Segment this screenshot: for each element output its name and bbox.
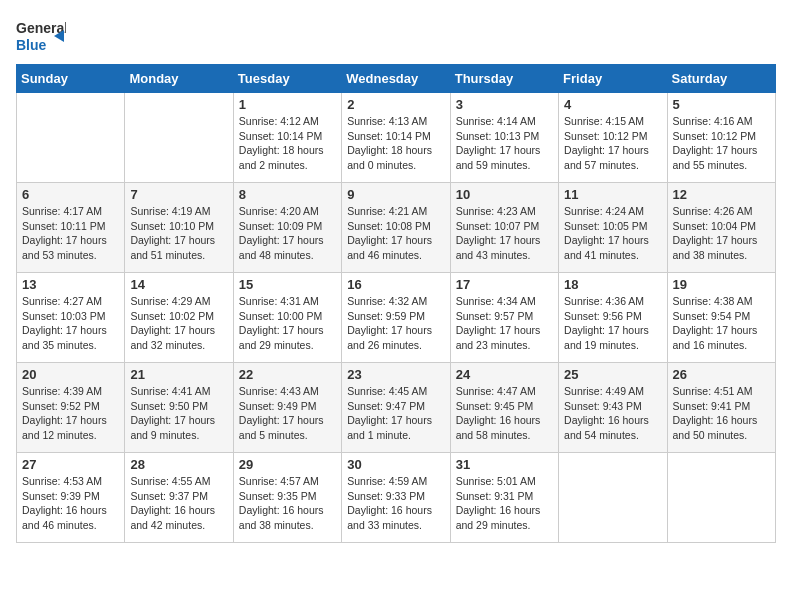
day-info: Sunrise: 4:31 AM Sunset: 10:00 PM Daylig…: [239, 294, 336, 353]
day-number: 23: [347, 367, 444, 382]
day-number: 20: [22, 367, 119, 382]
day-number: 4: [564, 97, 661, 112]
day-number: 3: [456, 97, 553, 112]
day-cell: 14Sunrise: 4:29 AM Sunset: 10:02 PM Dayl…: [125, 273, 233, 363]
day-cell: 23Sunrise: 4:45 AM Sunset: 9:47 PM Dayli…: [342, 363, 450, 453]
day-number: 2: [347, 97, 444, 112]
day-cell: 21Sunrise: 4:41 AM Sunset: 9:50 PM Dayli…: [125, 363, 233, 453]
week-row-4: 20Sunrise: 4:39 AM Sunset: 9:52 PM Dayli…: [17, 363, 776, 453]
day-number: 7: [130, 187, 227, 202]
day-number: 24: [456, 367, 553, 382]
day-cell: 17Sunrise: 4:34 AM Sunset: 9:57 PM Dayli…: [450, 273, 558, 363]
day-info: Sunrise: 4:59 AM Sunset: 9:33 PM Dayligh…: [347, 474, 444, 533]
day-info: Sunrise: 4:47 AM Sunset: 9:45 PM Dayligh…: [456, 384, 553, 443]
day-cell: 5Sunrise: 4:16 AM Sunset: 10:12 PM Dayli…: [667, 93, 775, 183]
day-cell: 9Sunrise: 4:21 AM Sunset: 10:08 PM Dayli…: [342, 183, 450, 273]
day-info: Sunrise: 4:38 AM Sunset: 9:54 PM Dayligh…: [673, 294, 770, 353]
day-cell: 24Sunrise: 4:47 AM Sunset: 9:45 PM Dayli…: [450, 363, 558, 453]
day-cell: 3Sunrise: 4:14 AM Sunset: 10:13 PM Dayli…: [450, 93, 558, 183]
day-info: Sunrise: 4:51 AM Sunset: 9:41 PM Dayligh…: [673, 384, 770, 443]
day-cell: 22Sunrise: 4:43 AM Sunset: 9:49 PM Dayli…: [233, 363, 341, 453]
day-number: 30: [347, 457, 444, 472]
day-cell: [559, 453, 667, 543]
day-info: Sunrise: 4:20 AM Sunset: 10:09 PM Daylig…: [239, 204, 336, 263]
day-cell: 7Sunrise: 4:19 AM Sunset: 10:10 PM Dayli…: [125, 183, 233, 273]
day-info: Sunrise: 4:36 AM Sunset: 9:56 PM Dayligh…: [564, 294, 661, 353]
day-info: Sunrise: 4:34 AM Sunset: 9:57 PM Dayligh…: [456, 294, 553, 353]
day-cell: 10Sunrise: 4:23 AM Sunset: 10:07 PM Dayl…: [450, 183, 558, 273]
day-number: 9: [347, 187, 444, 202]
day-info: Sunrise: 4:14 AM Sunset: 10:13 PM Daylig…: [456, 114, 553, 173]
day-info: Sunrise: 4:26 AM Sunset: 10:04 PM Daylig…: [673, 204, 770, 263]
day-number: 19: [673, 277, 770, 292]
day-info: Sunrise: 4:13 AM Sunset: 10:14 PM Daylig…: [347, 114, 444, 173]
day-cell: 29Sunrise: 4:57 AM Sunset: 9:35 PM Dayli…: [233, 453, 341, 543]
day-cell: 28Sunrise: 4:55 AM Sunset: 9:37 PM Dayli…: [125, 453, 233, 543]
day-cell: 1Sunrise: 4:12 AM Sunset: 10:14 PM Dayli…: [233, 93, 341, 183]
day-number: 31: [456, 457, 553, 472]
day-cell: 16Sunrise: 4:32 AM Sunset: 9:59 PM Dayli…: [342, 273, 450, 363]
day-info: Sunrise: 4:15 AM Sunset: 10:12 PM Daylig…: [564, 114, 661, 173]
col-header-sunday: Sunday: [17, 65, 125, 93]
week-row-2: 6Sunrise: 4:17 AM Sunset: 10:11 PM Dayli…: [17, 183, 776, 273]
day-cell: [667, 453, 775, 543]
day-cell: 13Sunrise: 4:27 AM Sunset: 10:03 PM Dayl…: [17, 273, 125, 363]
day-number: 26: [673, 367, 770, 382]
day-number: 25: [564, 367, 661, 382]
day-cell: 15Sunrise: 4:31 AM Sunset: 10:00 PM Dayl…: [233, 273, 341, 363]
week-row-1: 1Sunrise: 4:12 AM Sunset: 10:14 PM Dayli…: [17, 93, 776, 183]
day-number: 18: [564, 277, 661, 292]
logo: GeneralBlue: [16, 16, 66, 56]
day-number: 29: [239, 457, 336, 472]
day-number: 8: [239, 187, 336, 202]
day-info: Sunrise: 4:19 AM Sunset: 10:10 PM Daylig…: [130, 204, 227, 263]
day-number: 11: [564, 187, 661, 202]
day-info: Sunrise: 4:39 AM Sunset: 9:52 PM Dayligh…: [22, 384, 119, 443]
day-cell: 31Sunrise: 5:01 AM Sunset: 9:31 PM Dayli…: [450, 453, 558, 543]
day-cell: 18Sunrise: 4:36 AM Sunset: 9:56 PM Dayli…: [559, 273, 667, 363]
day-cell: 26Sunrise: 4:51 AM Sunset: 9:41 PM Dayli…: [667, 363, 775, 453]
day-info: Sunrise: 4:43 AM Sunset: 9:49 PM Dayligh…: [239, 384, 336, 443]
day-info: Sunrise: 4:16 AM Sunset: 10:12 PM Daylig…: [673, 114, 770, 173]
day-number: 10: [456, 187, 553, 202]
day-number: 1: [239, 97, 336, 112]
day-cell: 25Sunrise: 4:49 AM Sunset: 9:43 PM Dayli…: [559, 363, 667, 453]
day-number: 27: [22, 457, 119, 472]
day-number: 5: [673, 97, 770, 112]
day-info: Sunrise: 5:01 AM Sunset: 9:31 PM Dayligh…: [456, 474, 553, 533]
day-cell: 12Sunrise: 4:26 AM Sunset: 10:04 PM Dayl…: [667, 183, 775, 273]
day-info: Sunrise: 4:17 AM Sunset: 10:11 PM Daylig…: [22, 204, 119, 263]
day-info: Sunrise: 4:27 AM Sunset: 10:03 PM Daylig…: [22, 294, 119, 353]
day-number: 22: [239, 367, 336, 382]
page-header: GeneralBlue: [16, 16, 776, 56]
col-header-thursday: Thursday: [450, 65, 558, 93]
col-header-tuesday: Tuesday: [233, 65, 341, 93]
col-header-saturday: Saturday: [667, 65, 775, 93]
day-info: Sunrise: 4:23 AM Sunset: 10:07 PM Daylig…: [456, 204, 553, 263]
day-cell: 4Sunrise: 4:15 AM Sunset: 10:12 PM Dayli…: [559, 93, 667, 183]
day-cell: [125, 93, 233, 183]
day-number: 15: [239, 277, 336, 292]
logo-icon: GeneralBlue: [16, 16, 66, 56]
week-row-3: 13Sunrise: 4:27 AM Sunset: 10:03 PM Dayl…: [17, 273, 776, 363]
day-info: Sunrise: 4:49 AM Sunset: 9:43 PM Dayligh…: [564, 384, 661, 443]
day-cell: 2Sunrise: 4:13 AM Sunset: 10:14 PM Dayli…: [342, 93, 450, 183]
day-number: 14: [130, 277, 227, 292]
day-info: Sunrise: 4:24 AM Sunset: 10:05 PM Daylig…: [564, 204, 661, 263]
svg-text:Blue: Blue: [16, 37, 47, 53]
col-header-wednesday: Wednesday: [342, 65, 450, 93]
day-info: Sunrise: 4:55 AM Sunset: 9:37 PM Dayligh…: [130, 474, 227, 533]
day-cell: 6Sunrise: 4:17 AM Sunset: 10:11 PM Dayli…: [17, 183, 125, 273]
day-info: Sunrise: 4:32 AM Sunset: 9:59 PM Dayligh…: [347, 294, 444, 353]
day-cell: 30Sunrise: 4:59 AM Sunset: 9:33 PM Dayli…: [342, 453, 450, 543]
day-info: Sunrise: 4:57 AM Sunset: 9:35 PM Dayligh…: [239, 474, 336, 533]
calendar-header-row: SundayMondayTuesdayWednesdayThursdayFrid…: [17, 65, 776, 93]
day-info: Sunrise: 4:21 AM Sunset: 10:08 PM Daylig…: [347, 204, 444, 263]
day-number: 17: [456, 277, 553, 292]
day-cell: [17, 93, 125, 183]
day-info: Sunrise: 4:12 AM Sunset: 10:14 PM Daylig…: [239, 114, 336, 173]
day-number: 13: [22, 277, 119, 292]
day-number: 16: [347, 277, 444, 292]
day-cell: 19Sunrise: 4:38 AM Sunset: 9:54 PM Dayli…: [667, 273, 775, 363]
day-info: Sunrise: 4:29 AM Sunset: 10:02 PM Daylig…: [130, 294, 227, 353]
